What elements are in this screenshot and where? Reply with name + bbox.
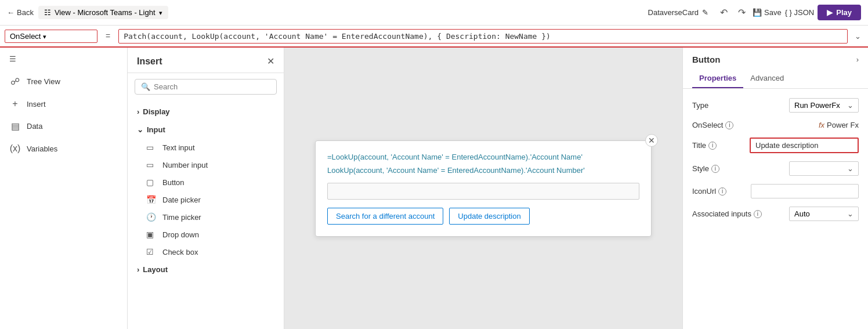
card-line1: =LookUp(account, 'Account Name' = Entere… xyxy=(327,153,639,161)
undo-button[interactable]: ↶ xyxy=(717,5,731,20)
formula-selector[interactable]: OnSelect xyxy=(5,30,97,43)
right-panel-arrow-icon[interactable]: › xyxy=(856,55,859,64)
insert-search-bar[interactable]: 🔍 xyxy=(135,79,277,95)
card-line2: LookUp(account, 'Account Name' = Entered… xyxy=(327,166,639,175)
card-line2-text: LookUp(account, 'Account Name' = Entered… xyxy=(327,166,585,175)
card-input-row xyxy=(327,183,639,200)
iconurl-label-text: IconUrl xyxy=(692,187,716,196)
input-chevron-icon: ⌄ xyxy=(137,125,143,134)
drop-down-label: Drop down xyxy=(162,230,199,239)
section-layout[interactable]: Layout xyxy=(128,261,284,279)
insert-list: Display ⌄ Input ▭ Text input ▭ Number in… xyxy=(128,100,284,329)
type-label: Type xyxy=(692,101,708,110)
search-icon: 🔍 xyxy=(141,82,150,91)
back-label: Back xyxy=(17,8,34,17)
style-info-icon[interactable]: i xyxy=(711,165,719,173)
section-input[interactable]: ⌄ Input xyxy=(128,121,284,139)
card-buttons: Search for a different account Update de… xyxy=(327,208,639,225)
json-braces-icon: { } xyxy=(785,8,792,17)
save-label: Save xyxy=(764,8,782,17)
title-label-text: Title xyxy=(692,141,706,150)
sidebar-item-variables[interactable]: (x) Variables xyxy=(0,138,127,160)
view-icon: ☷ xyxy=(44,8,51,17)
iconurl-info-icon[interactable]: i xyxy=(718,187,726,196)
view-chevron-icon xyxy=(159,8,162,17)
dataverse-card-text: DataverseCard xyxy=(648,8,699,17)
sidebar-item-data[interactable]: ▤ Data xyxy=(0,115,127,138)
onselect-info-icon[interactable]: i xyxy=(725,121,733,129)
text-input-label: Text input xyxy=(162,143,195,152)
type-select-chevron: ⌄ xyxy=(847,101,853,110)
insert-panel: Insert ✕ 🔍 Display ⌄ Input ▭ Text input … xyxy=(128,48,284,329)
text-input-icon: ▭ xyxy=(146,143,157,152)
sidebar-variables-label: Variables xyxy=(27,144,57,153)
card-close-badge[interactable]: ✕ xyxy=(645,134,658,147)
list-item-drop-down[interactable]: ▣ Drop down xyxy=(128,226,284,243)
list-item-button[interactable]: ▢ Button xyxy=(128,173,284,191)
list-item-number-input[interactable]: ▭ Number input xyxy=(128,156,284,173)
right-panel-title: Button xyxy=(692,55,720,64)
associated-inputs-value: Auto xyxy=(794,209,810,218)
hamburger-menu[interactable]: ☰ xyxy=(0,48,127,70)
title-input[interactable] xyxy=(750,138,859,153)
list-item-check-box[interactable]: ☑ Check box xyxy=(128,243,284,261)
view-selector[interactable]: ☷ View - Microsoft Teams - Light xyxy=(38,6,168,19)
date-picker-icon: 📅 xyxy=(146,195,157,204)
play-button[interactable]: ▶ Play xyxy=(818,5,861,20)
sidebar-item-tree-view[interactable]: ☍ Tree View xyxy=(0,70,127,93)
style-select[interactable]: ⌄ xyxy=(789,161,859,176)
list-item-text-input[interactable]: ▭ Text input xyxy=(128,139,284,156)
fx-icon: fx xyxy=(819,121,824,129)
save-icon: 💾 xyxy=(753,8,762,17)
search-different-account-button[interactable]: Search for a different account xyxy=(327,208,443,225)
onselect-label-text: OnSelect xyxy=(692,121,723,129)
list-item-date-picker[interactable]: 📅 Date picker xyxy=(128,191,284,208)
tab-advanced-label: Advanced xyxy=(750,74,784,82)
formula-input[interactable] xyxy=(118,29,848,44)
json-button[interactable]: { } JSON xyxy=(785,8,815,17)
type-select[interactable]: Run PowerFx ⌄ xyxy=(789,98,859,113)
right-panel: Button › Properties Advanced Type Run Po… xyxy=(682,48,868,329)
back-button[interactable]: ← Back xyxy=(7,8,34,17)
associated-inputs-select[interactable]: Auto ⌄ xyxy=(789,207,859,221)
update-description-button[interactable]: Update description xyxy=(449,208,529,225)
rp-row-associated-inputs: Associated inputs i Auto ⌄ xyxy=(692,207,859,221)
button-icon: ▢ xyxy=(146,178,157,187)
play-icon: ▶ xyxy=(827,8,833,17)
display-chevron-icon xyxy=(137,107,139,116)
associated-inputs-info-icon[interactable]: i xyxy=(754,210,762,218)
card-line1-text: =LookUp(account, 'Account Name' = Entere… xyxy=(327,153,583,161)
check-box-icon: ☑ xyxy=(146,247,157,256)
list-item-time-picker[interactable]: 🕐 Time picker xyxy=(128,208,284,226)
display-label: Display xyxy=(143,107,169,116)
rp-row-onselect: OnSelect i fx Power Fx xyxy=(692,121,859,129)
tab-advanced[interactable]: Advanced xyxy=(743,69,791,88)
sidebar-tree-view-label: Tree View xyxy=(27,77,60,86)
redo-button[interactable]: ↷ xyxy=(735,5,749,20)
rp-row-iconurl: IconUrl i xyxy=(692,184,859,198)
tree-view-icon: ☍ xyxy=(9,76,21,87)
rp-row-style: Style i ⌄ xyxy=(692,161,859,176)
section-display[interactable]: Display xyxy=(128,103,284,121)
tab-properties[interactable]: Properties xyxy=(692,69,743,88)
button-label: Button xyxy=(162,178,185,187)
formula-selector-chevron xyxy=(43,32,46,41)
insert-close-button[interactable]: ✕ xyxy=(267,56,274,67)
topbar-right: DataverseCard ✎ ↶ ↷ 💾 Save { } JSON ▶ Pl… xyxy=(648,5,861,20)
search-input[interactable] xyxy=(154,82,270,91)
drop-down-icon: ▣ xyxy=(146,230,157,239)
card-container: =LookUp(account, 'Account Name' = Entere… xyxy=(315,140,652,237)
style-label: Style i xyxy=(692,164,719,173)
right-panel-header: Button › xyxy=(683,48,868,64)
card-text-input[interactable] xyxy=(327,183,639,200)
layout-label: Layout xyxy=(143,265,168,274)
formula-expand-icon[interactable]: ⌄ xyxy=(852,32,863,41)
rp-body: Type Run PowerFx ⌄ OnSelect i fx Power F… xyxy=(683,89,868,230)
update-btn-label: Update description xyxy=(458,212,520,220)
iconurl-input[interactable] xyxy=(751,184,859,198)
sidebar-item-insert[interactable]: + Insert xyxy=(0,93,127,115)
title-info-icon[interactable]: i xyxy=(708,142,717,150)
edit-icon[interactable]: ✎ xyxy=(702,8,708,17)
save-button[interactable]: 💾 Save xyxy=(753,8,782,17)
variables-icon: (x) xyxy=(9,143,21,154)
